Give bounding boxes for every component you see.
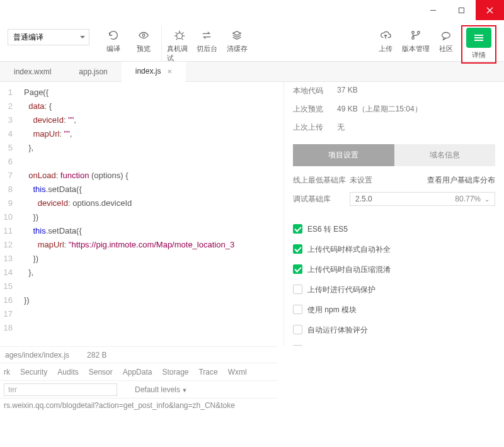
bug-icon xyxy=(174,29,185,42)
debug-lib-select[interactable]: 2.5.0 80.77% ⌄ xyxy=(350,192,495,206)
project-options-list: ES6 转 ES5 上传代码时样式自动补全 上传代码时自动压缩混淆 上传时进行代… xyxy=(293,215,495,346)
console-levels-select[interactable]: Default levels xyxy=(135,385,187,394)
refresh-icon xyxy=(108,29,119,42)
last-upload-value: 无 xyxy=(337,122,345,133)
eye-icon xyxy=(138,29,149,42)
devtab-trace[interactable]: Trace xyxy=(198,368,217,376)
local-code-label: 本地代码 xyxy=(293,86,337,96)
tab-project-settings[interactable]: 项目设置 xyxy=(293,144,394,166)
branch-icon xyxy=(410,29,421,42)
checkbox-auto-compress[interactable] xyxy=(293,264,302,274)
upload-button[interactable]: 上传 xyxy=(370,25,401,64)
settings-segment: 项目设置 域名信息 xyxy=(293,144,495,166)
check-label: 上传代码时样式自动补全 xyxy=(307,244,391,255)
devtab-storage[interactable]: Storage xyxy=(162,368,188,376)
code-content: Page({ data: { deviceId: "", mapUrl: "",… xyxy=(18,82,284,346)
check-label: ES6 转 ES5 xyxy=(307,224,348,235)
tab-index-wxml[interactable]: index.wxml xyxy=(0,62,65,81)
svg-point-7 xyxy=(412,37,415,40)
window-titlebar xyxy=(0,0,504,20)
console-filter-input[interactable] xyxy=(4,383,117,396)
check-label: 上传代码时自动压缩混淆 xyxy=(307,264,391,275)
chevron-down-icon: ⌄ xyxy=(484,196,490,203)
toolbar: 普通编译 编译 预览 真机调试 切后台 清缓存 上传 版本管理 社区 详情 xyxy=(0,20,504,62)
console-output: rs.weixin.qq.com/blogdetail?action=get_p… xyxy=(0,398,277,412)
devtab-wxml[interactable]: Wxml xyxy=(228,368,247,376)
svg-point-4 xyxy=(142,34,145,37)
last-preview-label: 上次预览 xyxy=(293,104,337,115)
tab-close-icon[interactable]: × xyxy=(167,67,172,76)
devtab-appdata[interactable]: AppData xyxy=(123,368,152,376)
details-label: 详情 xyxy=(472,50,486,60)
clear-cache-button[interactable]: 清缓存 xyxy=(222,25,252,63)
preview-button[interactable]: 预览 xyxy=(129,25,159,63)
last-upload-label: 上次上传 xyxy=(293,122,337,133)
remote-debug-button[interactable]: 真机调试 xyxy=(161,25,192,63)
tab-index-js[interactable]: index.js× xyxy=(122,62,186,82)
devtab-network[interactable]: rk xyxy=(4,368,10,376)
last-preview-value: 49 KB（上星期二15:04） xyxy=(337,104,422,115)
console-url-text: rs.weixin.qq.com/blogdetail?action=get_p… xyxy=(4,401,235,410)
svg-point-6 xyxy=(412,31,415,34)
debug-lib-value: 2.5.0 xyxy=(355,195,372,203)
check-label: 上传时进行代码保护 xyxy=(307,284,375,295)
checkbox-custom-command[interactable] xyxy=(293,345,302,346)
window-minimize-button[interactable] xyxy=(419,0,447,20)
compile-button[interactable]: 编译 xyxy=(98,25,129,63)
check-label: 启用自定义处理命令 xyxy=(307,344,375,346)
checkbox-audit[interactable] xyxy=(293,325,302,334)
devtab-sensor[interactable]: Sensor xyxy=(89,368,113,376)
debug-lib-percent: 80.77% xyxy=(455,195,481,203)
details-button-wrap: 详情 xyxy=(461,25,496,64)
tab-domain-info[interactable]: 域名信息 xyxy=(394,144,496,166)
community-button[interactable]: 社区 xyxy=(431,25,461,64)
checkbox-npm[interactable] xyxy=(293,305,302,314)
checkbox-code-protect[interactable] xyxy=(293,285,302,294)
window-close-button[interactable] xyxy=(476,0,504,20)
view-distribution-link[interactable]: 查看用户基础库分布 xyxy=(427,175,495,186)
devtab-audits[interactable]: Audits xyxy=(57,368,78,376)
svg-rect-1 xyxy=(459,8,464,13)
line-gutter: 123456789101112131415161718 xyxy=(0,82,18,346)
cloud-upload-icon xyxy=(380,29,391,42)
code-editor[interactable]: 123456789101112131415161718 Page({ data:… xyxy=(0,82,284,346)
chat-icon xyxy=(440,29,452,42)
version-button[interactable]: 版本管理 xyxy=(401,25,431,64)
project-details-panel: 本地代码37 KB 上次预览49 KB（上星期二15:04） 上次上传无 项目设… xyxy=(284,82,504,346)
tab-app-json[interactable]: app.json xyxy=(65,62,121,81)
switch-icon xyxy=(201,29,212,42)
debug-lib-label: 调试基础库 xyxy=(293,194,350,205)
status-file-path: ages/index/index.js xyxy=(5,351,69,359)
online-lib-label: 线上最低基础库 xyxy=(293,175,350,186)
layers-icon xyxy=(231,29,243,42)
devtools-tabs: rk Security Audits Sensor AppData Storag… xyxy=(0,363,277,380)
online-lib-value: 未设置 xyxy=(350,175,372,186)
local-code-value: 37 KB xyxy=(337,86,358,96)
window-maximize-button[interactable] xyxy=(447,0,476,20)
details-button[interactable] xyxy=(466,28,491,48)
svg-point-8 xyxy=(418,31,420,34)
compile-mode-label: 普通编译 xyxy=(13,32,43,43)
check-label: 自动运行体验评分 xyxy=(307,324,368,336)
menu-icon xyxy=(473,33,484,42)
status-bar: ages/index/index.js 282 B xyxy=(0,346,277,363)
editor-tabs: index.wxml app.json index.js× xyxy=(0,62,504,82)
svg-point-5 xyxy=(176,33,182,38)
check-label: 使用 npm 模块 xyxy=(307,304,357,315)
compile-mode-select[interactable]: 普通编译 xyxy=(8,29,89,45)
devtab-security[interactable]: Security xyxy=(20,368,47,376)
checkbox-es6[interactable] xyxy=(293,224,302,234)
checkbox-style-autocomplete[interactable] xyxy=(293,244,302,254)
status-file-size: 282 B xyxy=(87,351,106,359)
console-filter-row: Default levels xyxy=(0,380,277,398)
background-button[interactable]: 切后台 xyxy=(192,25,222,63)
